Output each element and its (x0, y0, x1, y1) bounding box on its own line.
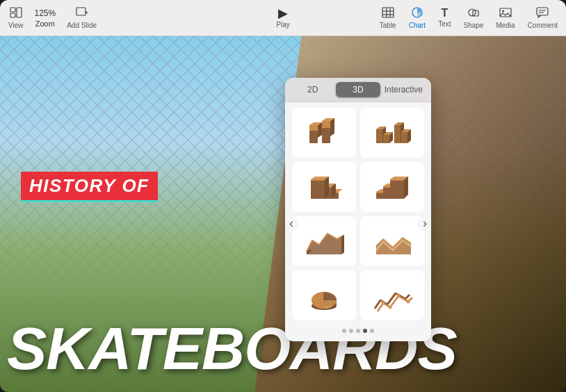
view-button[interactable]: View (8, 7, 24, 29)
svg-rect-0 (10, 8, 15, 12)
page-dot-4[interactable] (363, 329, 367, 333)
chart-grid (285, 102, 431, 326)
page-dot-1[interactable] (342, 329, 346, 333)
toolbar: View 125% Zoom Add Slide ▶ Play (0, 0, 566, 36)
svg-rect-3 (76, 8, 86, 15)
play-label: Play (276, 21, 289, 28)
page-dot-3[interactable] (356, 329, 360, 333)
text-icon: T (441, 8, 448, 19)
svg-marker-60 (404, 177, 408, 199)
svg-rect-1 (10, 13, 15, 17)
play-icon: ▶ (278, 7, 288, 19)
svg-rect-24 (322, 121, 330, 128)
chart-item-3d-pie[interactable] (292, 270, 356, 320)
table-icon (382, 7, 394, 20)
svg-rect-30 (383, 135, 389, 143)
svg-rect-20 (309, 125, 318, 131)
svg-point-15 (502, 10, 504, 12)
svg-marker-26 (330, 118, 334, 136)
shape-button[interactable]: Shape (463, 7, 483, 29)
comment-icon (536, 7, 549, 20)
page-dot-2[interactable] (349, 329, 353, 333)
view-label: View (8, 22, 24, 29)
slide-canvas: HISTORY OF SKATEBOARDS 2D 3D Interactive… (0, 36, 566, 392)
zoom-value: 125% (35, 8, 56, 18)
chart-label: Chart (409, 22, 426, 29)
svg-point-70 (382, 302, 385, 305)
page-dot-5[interactable] (370, 329, 374, 333)
table-button[interactable]: Table (380, 7, 396, 29)
play-button[interactable]: ▶ Play (276, 7, 289, 28)
media-icon (499, 7, 512, 20)
add-slide-label: Add Slide (67, 22, 97, 29)
svg-rect-27 (376, 129, 382, 143)
table-label: Table (380, 22, 396, 29)
3d-area-chart-2-icon (372, 221, 412, 261)
history-of-label: HISTORY OF (21, 172, 158, 202)
svg-rect-58 (390, 179, 404, 181)
svg-rect-6 (382, 8, 394, 17)
3d-bar-chart-2-icon (372, 113, 412, 153)
svg-rect-19 (309, 131, 318, 143)
3d-bar-chart-1-icon (304, 113, 344, 153)
chart-item-3d-bar-grouped[interactable] (360, 108, 424, 158)
svg-point-72 (397, 295, 401, 298)
svg-rect-47 (311, 179, 325, 181)
chart-button[interactable]: Chart (409, 7, 426, 29)
tab-3d[interactable]: 3D (336, 82, 380, 97)
comment-label: Comment (528, 22, 558, 29)
svg-rect-16 (537, 8, 548, 15)
chart-item-3d-stacked-bar-1[interactable] (292, 108, 356, 158)
svg-rect-23 (322, 128, 330, 143)
comment-button[interactable]: Comment (528, 7, 558, 29)
zoom-button[interactable]: 125% Zoom (35, 8, 56, 28)
tab-2d[interactable]: 2D (291, 82, 334, 97)
svg-rect-36 (401, 132, 407, 143)
media-label: Media (496, 22, 515, 29)
add-slide-icon (76, 7, 88, 20)
chart-item-3d-area-left[interactable] (292, 216, 356, 266)
svg-point-71 (389, 306, 392, 309)
3d-line-chart-icon (372, 275, 412, 316)
media-button[interactable]: Media (496, 7, 515, 29)
toolbar-left: View 125% Zoom Add Slide (8, 7, 380, 29)
chart-item-3d-area-right[interactable] (360, 216, 424, 266)
zoom-label: Zoom (35, 19, 55, 28)
chart-popup: 2D 3D Interactive ‹ (285, 78, 431, 341)
toolbar-right: Table Chart T Text (380, 7, 558, 29)
toolbar-center: ▶ Play (276, 7, 289, 28)
add-slide-button[interactable]: Add Slide (67, 7, 97, 29)
chart-item-3d-line[interactable] (360, 270, 424, 320)
3d-pie-chart-icon (304, 275, 344, 316)
text-label: Text (438, 20, 451, 28)
chevron-right-icon: › (423, 216, 427, 231)
svg-rect-2 (17, 8, 22, 17)
3d-area-chart-1-icon (304, 221, 344, 261)
view-icon (10, 7, 22, 20)
chart-nav-right-button[interactable]: › (417, 216, 431, 231)
text-button[interactable]: T Text (438, 8, 451, 28)
shape-icon (467, 7, 480, 20)
page-dots (285, 329, 431, 333)
shape-label: Shape (463, 22, 483, 29)
chart-item-3d-stair-right[interactable] (360, 162, 424, 212)
3d-stair-chart-1-icon (304, 167, 344, 207)
chart-item-3d-stair-left[interactable] (292, 162, 356, 212)
3d-stair-chart-2-icon (372, 167, 412, 207)
tab-interactive[interactable]: Interactive (382, 82, 426, 97)
svg-rect-33 (394, 125, 401, 143)
history-text: HISTORY OF (21, 172, 158, 202)
chevron-left-icon: ‹ (289, 216, 293, 231)
svg-rect-57 (390, 181, 404, 199)
chart-icon (411, 7, 423, 20)
chart-tab-bar: 2D 3D Interactive (285, 78, 431, 102)
svg-rect-46 (311, 181, 325, 199)
svg-point-73 (407, 300, 410, 304)
